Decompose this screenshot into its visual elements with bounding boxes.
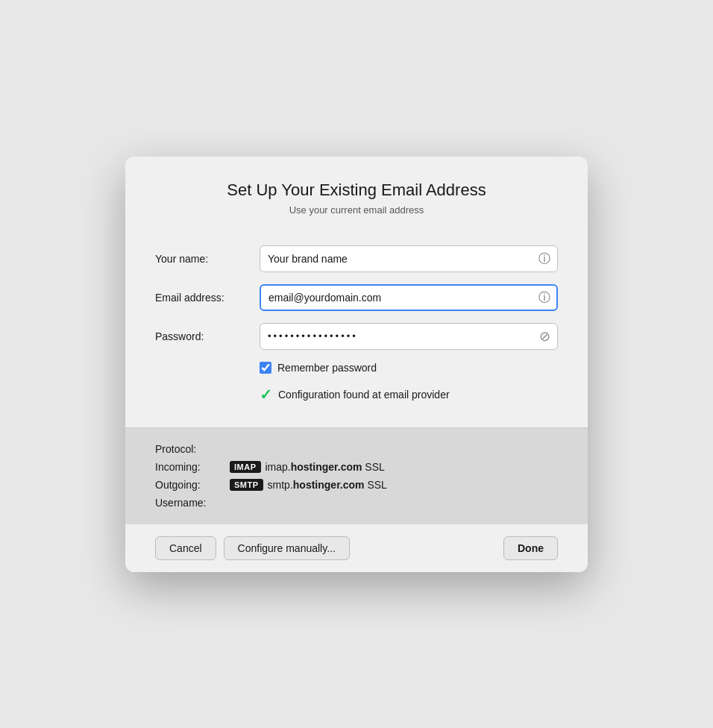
name-label: Your name: xyxy=(155,253,260,265)
remember-label: Remember password xyxy=(277,362,377,374)
dialog-body: Your name: ⓘ Email address: ⓘ Password: … xyxy=(125,230,588,427)
password-label: Password: xyxy=(155,330,260,342)
outgoing-value: SMTP smtp.hostinger.com SSL xyxy=(230,479,387,491)
protocol-label: Protocol: xyxy=(155,443,230,455)
dialog-header: Set Up Your Existing Email Address Use y… xyxy=(125,157,588,230)
password-toggle-icon[interactable]: ⊘ xyxy=(539,330,550,343)
incoming-row: Incoming: IMAP imap.hostinger.com SSL xyxy=(155,461,558,473)
footer-left-buttons: Cancel Configure manually... xyxy=(155,536,350,560)
password-row: Password: ⊘ xyxy=(155,323,558,350)
imap-badge: IMAP xyxy=(230,461,261,473)
remember-checkbox-wrapper: Remember password xyxy=(260,362,377,374)
password-input[interactable] xyxy=(260,323,558,350)
configure-manually-button[interactable]: Configure manually... xyxy=(224,536,350,560)
footer-right-buttons: Done xyxy=(503,536,558,560)
name-row: Your name: ⓘ xyxy=(155,245,558,272)
outgoing-row: Outgoing: SMTP smtp.hostinger.com SSL xyxy=(155,479,558,491)
incoming-server-text: imap.hostinger.com SSL xyxy=(266,461,385,473)
dialog-footer: Cancel Configure manually... Done xyxy=(125,524,588,572)
status-check-icon: ✓ xyxy=(260,386,272,404)
remember-checkbox[interactable] xyxy=(260,362,271,374)
name-input-wrapper: ⓘ xyxy=(260,245,558,272)
email-input[interactable] xyxy=(260,284,558,311)
username-label: Username: xyxy=(155,497,230,509)
incoming-value: IMAP imap.hostinger.com SSL xyxy=(230,461,385,473)
remember-password-row: Remember password xyxy=(260,362,558,374)
email-input-wrapper: ⓘ xyxy=(260,284,558,311)
dialog-subtitle: Use your current email address xyxy=(155,204,558,216)
outgoing-server-text: smtp.hostinger.com SSL xyxy=(268,479,387,491)
setup-email-dialog: Set Up Your Existing Email Address Use y… xyxy=(125,157,588,572)
email-info-icon[interactable]: ⓘ xyxy=(538,292,550,304)
email-row: Email address: ⓘ xyxy=(155,284,558,311)
config-section: Protocol: Incoming: IMAP imap.hostinger.… xyxy=(125,427,588,524)
email-label: Email address: xyxy=(155,292,260,304)
dialog-title: Set Up Your Existing Email Address xyxy=(155,181,558,200)
name-input[interactable] xyxy=(260,245,558,272)
cancel-button[interactable]: Cancel xyxy=(155,536,216,560)
outgoing-label: Outgoing: xyxy=(155,479,230,491)
status-row: ✓ Configuration found at email provider xyxy=(260,386,558,404)
password-input-wrapper: ⊘ xyxy=(260,323,558,350)
name-info-icon[interactable]: ⓘ xyxy=(538,253,550,265)
username-row: Username: xyxy=(155,497,558,509)
protocol-row: Protocol: xyxy=(155,443,558,455)
incoming-label: Incoming: xyxy=(155,461,230,473)
smtp-badge: SMTP xyxy=(230,479,263,491)
done-button[interactable]: Done xyxy=(503,536,558,560)
status-message: Configuration found at email provider xyxy=(278,389,450,401)
